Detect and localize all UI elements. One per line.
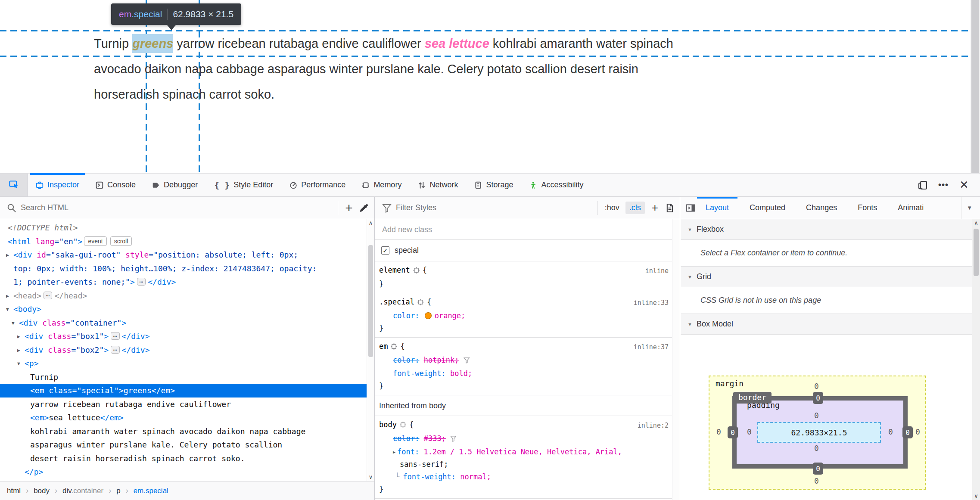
expand-inline-icon[interactable]: ⋯ — [137, 278, 146, 286]
expand-inline-icon[interactable]: ⋯ — [111, 346, 119, 354]
border-left-value[interactable]: 0 — [728, 426, 738, 438]
expand-down-icon[interactable]: ▼ — [17, 357, 20, 371]
breadcrumb-item-em-special[interactable]: em.special — [134, 487, 168, 495]
rule-selector[interactable]: em — [379, 342, 388, 351]
selector-highlighter-icon[interactable] — [417, 297, 424, 310]
tab-storage[interactable]: Storage — [466, 174, 521, 196]
print-media-icon[interactable] — [663, 201, 677, 215]
css-declaration-color[interactable]: color: hotpink; — [375, 354, 672, 367]
sidebar-tab-layout[interactable]: Layout — [695, 197, 739, 219]
toggle-pseudo-class-button[interactable]: :hov — [601, 202, 623, 214]
sidebar-tab-computed[interactable]: Computed — [739, 197, 796, 219]
filter-styles-input[interactable] — [396, 203, 594, 212]
layout-scrollbar-thumb[interactable] — [974, 229, 979, 276]
border-top-value[interactable]: 0 — [813, 392, 823, 404]
pick-element-button[interactable] — [0, 174, 28, 196]
property-name[interactable]: color: — [393, 434, 419, 443]
border-bottom-value[interactable]: 0 — [813, 463, 823, 475]
markup-node[interactable]: Turnip — [0, 370, 367, 384]
rules-scrollbar[interactable] — [672, 219, 680, 500]
section-box-model[interactable]: ▼ Box Model — [681, 314, 972, 335]
markup-node[interactable]: <em>sea lettuce</em> — [0, 411, 367, 425]
breadcrumb-item-html[interactable]: html — [7, 487, 21, 495]
tab-network[interactable]: Network — [410, 174, 466, 196]
margin-left-value[interactable]: 0 — [716, 427, 721, 436]
expand-inline-icon[interactable]: ⋯ — [111, 332, 119, 340]
overridden-filter-icon[interactable] — [464, 355, 470, 367]
sidebar-tab-animati[interactable]: Animati — [887, 197, 934, 219]
responsive-design-icon[interactable] — [915, 178, 930, 193]
expand-inline-icon[interactable]: ⋯ — [44, 292, 52, 299]
property-value[interactable]: normal; — [460, 472, 491, 481]
margin-bottom-value[interactable]: 0 — [814, 476, 819, 485]
tab-console[interactable]: Console — [87, 174, 144, 196]
margin-top-value[interactable]: 0 — [814, 382, 819, 391]
markup-node[interactable]: ▶<div class="box2">⋯</div> — [0, 343, 367, 357]
expand-right-icon[interactable]: ▶ — [17, 330, 20, 344]
tab-accessibility[interactable]: Accessibility — [521, 174, 591, 196]
class-checkbox[interactable]: ✓ — [381, 246, 389, 255]
scroll-down-icon[interactable]: ∨ — [367, 473, 374, 481]
property-value[interactable]: hotpink; — [424, 356, 459, 364]
markup-node[interactable]: kohlrabi amaranth water spinach avocado … — [0, 425, 367, 466]
overridden-filter-icon[interactable] — [450, 433, 457, 446]
expand-down-icon[interactable]: ▼ — [12, 317, 15, 330]
markup-node[interactable]: <html lang="en">eventscroll — [0, 235, 367, 248]
property-value[interactable]: #333; — [424, 434, 446, 443]
css-declaration-font-weight[interactable]: └font-weight: normal; — [375, 471, 672, 483]
tab-performance[interactable]: Performance — [281, 174, 354, 196]
property-value[interactable]: orange; — [435, 311, 466, 320]
close-icon[interactable]: ✕ — [957, 178, 971, 193]
markup-node[interactable]: ▼<body> — [0, 302, 367, 316]
expand-right-icon[interactable]: ▶ — [17, 344, 20, 357]
markup-node[interactable]: ▼<div class="container"> — [0, 316, 367, 330]
tab-inspector[interactable]: Inspector — [28, 174, 87, 196]
all-tabs-caret-icon[interactable]: ▼ — [961, 197, 972, 219]
markup-node[interactable]: ▶<div id="saka-gui-root" style="position… — [0, 248, 367, 289]
tab-style-editor[interactable]: { }Style Editor — [206, 174, 281, 196]
markup-node[interactable]: </p> — [0, 465, 367, 479]
expand-right-icon[interactable]: ▶ — [6, 248, 9, 262]
search-html-input[interactable] — [21, 203, 334, 212]
event-badge[interactable]: event — [84, 236, 106, 246]
page-scrollbar-thumb[interactable] — [971, 0, 979, 173]
padding-top-value[interactable]: 0 — [814, 411, 819, 420]
markup-scrollbar-thumb[interactable] — [368, 245, 373, 357]
sidebar-tab-fonts[interactable]: Fonts — [847, 197, 887, 219]
add-node-button[interactable]: + — [342, 201, 356, 215]
rule-selector[interactable]: element — [379, 266, 410, 274]
scroll-up-icon[interactable]: ∧ — [367, 219, 374, 227]
scroll-up-icon[interactable]: ∧ — [972, 219, 980, 227]
border-right-value[interactable]: 0 — [902, 426, 913, 438]
css-declaration-color[interactable]: color: #333; — [375, 432, 672, 446]
section-flexbox[interactable]: ▼ Flexbox — [681, 219, 972, 240]
selector-highlighter-icon[interactable] — [413, 265, 420, 278]
layout-scrollbar[interactable]: ∧ ∨ — [972, 219, 980, 500]
padding-bottom-value[interactable]: 0 — [814, 444, 819, 453]
property-value[interactable]: sans-serif; — [400, 460, 448, 469]
scroll-badge[interactable]: scroll — [110, 236, 132, 246]
padding-right-value[interactable]: 0 — [888, 427, 893, 436]
tab-memory[interactable]: Memory — [354, 174, 410, 196]
sidebar-tab-changes[interactable]: Changes — [796, 197, 847, 219]
markup-node-selected[interactable]: <em class="special">greens</em> — [0, 384, 367, 398]
css-declaration-font[interactable]: ▶font: 1.2em / 1.5 Helvetica Neue, Helve… — [375, 446, 672, 458]
rule-source-link[interactable]: inline:33 — [634, 297, 669, 309]
meatball-menu-icon[interactable]: ••• — [936, 178, 951, 193]
content-box[interactable]: 62.9833×21.5 — [757, 422, 881, 443]
property-name[interactable]: color: — [393, 311, 419, 320]
add-new-class-input[interactable]: Add new class — [375, 219, 672, 240]
color-swatch[interactable] — [425, 312, 432, 319]
property-name[interactable]: font-weight: — [393, 369, 446, 378]
property-name[interactable]: color: — [393, 356, 419, 364]
expand-right-icon[interactable]: ▶ — [6, 289, 9, 303]
breadcrumb-item-div[interactable]: div.container — [62, 487, 103, 495]
property-name[interactable]: font: — [397, 447, 419, 456]
css-declaration-color[interactable]: color: orange; — [375, 310, 672, 322]
page-scrollbar[interactable] — [971, 0, 980, 173]
selector-highlighter-icon[interactable] — [390, 342, 398, 354]
breadcrumb-item-p[interactable]: p — [116, 487, 120, 495]
selector-highlighter-icon[interactable] — [399, 420, 407, 432]
rule-source-link[interactable]: inline — [645, 265, 669, 277]
breadcrumb-item-body[interactable]: body — [34, 487, 50, 495]
